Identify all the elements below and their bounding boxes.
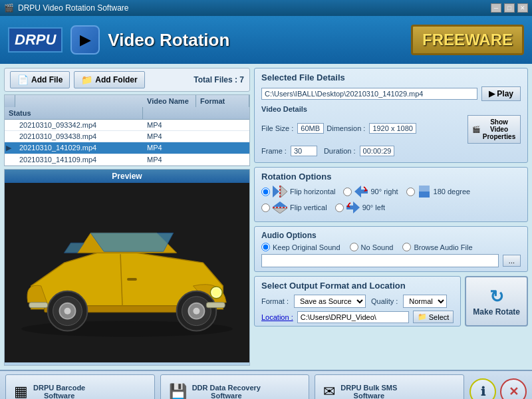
location-link[interactable]: Location :: [261, 313, 293, 321]
keep-original-option[interactable]: Keep Original Sound: [261, 243, 340, 251]
file-status: [196, 120, 249, 130]
output-section: Select Output Format and Location Format…: [254, 276, 528, 327]
browse-audio-option[interactable]: Browse Audio File: [402, 243, 472, 251]
file-details-title: Selected File Details: [261, 72, 521, 82]
barcode-label: DRPU BarcodeSoftware: [33, 384, 85, 399]
preview-label: Preview: [5, 170, 249, 183]
maximize-button[interactable]: □: [504, 3, 515, 13]
add-file-button[interactable]: 📄 Add File: [10, 71, 70, 88]
file-name: 20210310_141109.mp4: [15, 154, 143, 165]
rotate-90r-radio[interactable]: [343, 188, 352, 196]
keep-original-radio[interactable]: [261, 243, 270, 251]
table-row[interactable]: 20210310_093438.mp4 MP4: [5, 131, 249, 142]
output-format-panel: Select Output Format and Location Format…: [254, 276, 461, 327]
output-content: Select Output Format and Location Format…: [254, 276, 461, 327]
titlebar-title: DRPU Video Rotation Software: [18, 3, 129, 13]
header: DRPU ▶ Video Rotation FREEWARE: [0, 16, 532, 64]
format-select[interactable]: Save as Source MP4 AVI MOV WMV: [294, 295, 366, 308]
svg-marker-22: [419, 186, 430, 192]
barcode-software-button[interactable]: ▦ DRPU BarcodeSoftware: [5, 374, 155, 399]
rotate-90l-radio[interactable]: [335, 203, 344, 212]
table-row[interactable]: 20210310_141109.mp4 MP4: [5, 154, 249, 166]
row-arrow: [5, 154, 15, 165]
svg-marker-25: [273, 208, 287, 213]
select-location-button[interactable]: 📁 📁 Select Select: [413, 311, 454, 323]
file-name: 20210310_093438.mp4: [15, 131, 143, 142]
svg-point-12: [65, 308, 71, 315]
flip-horizontal-option[interactable]: Flip horizontal: [261, 186, 335, 198]
flip-horizontal-icon: [273, 186, 287, 198]
make-rotate-button[interactable]: ↻ Make Rotate: [465, 276, 528, 327]
quality-label: Quality :: [371, 297, 398, 305]
file-status: [196, 131, 249, 142]
audio-file-input[interactable]: [261, 254, 499, 267]
right-panel: Selected File Details ▶ Play Video Detai…: [254, 68, 528, 366]
rotation-row-2: Flip vertical 90° left: [261, 201, 521, 213]
row-arrow: [5, 120, 15, 130]
rotate-90r-option[interactable]: 90° right: [343, 186, 398, 198]
ddr-label: DDR Data RecoverySoftware: [192, 384, 261, 399]
preview-section: Preview: [4, 169, 250, 366]
row-arrow: ▶: [5, 142, 15, 154]
file-format: MP4: [143, 154, 196, 165]
video-details-label: Video Details: [261, 105, 521, 113]
flip-vertical-radio[interactable]: [261, 203, 270, 212]
no-sound-option[interactable]: No Sound: [350, 243, 394, 251]
flip-vertical-option[interactable]: Flip vertical: [261, 201, 327, 213]
info-button[interactable]: ℹ: [469, 378, 496, 399]
ddr-software-button[interactable]: 💾 DDR Data RecoverySoftware: [160, 374, 310, 399]
ddr-icon: 💾: [169, 383, 187, 399]
audio-options-row: Keep Original Sound No Sound Browse Audi…: [261, 243, 521, 251]
flip-horizontal-radio[interactable]: [261, 188, 270, 196]
file-status: [196, 142, 249, 154]
svg-marker-24: [273, 201, 287, 207]
titlebar: 🎬 DRPU Video Rotation Software ─ □ ✕: [0, 0, 532, 16]
rotate-180-radio[interactable]: [406, 188, 415, 196]
sms-label: DRPU Bulk SMSSoftware: [340, 384, 397, 399]
add-folder-icon: 📁: [81, 74, 92, 85]
main-area: 📄 Add File 📁 Add Folder Total Files : 7 …: [0, 64, 532, 370]
table-row[interactable]: 20210310_093342.mp4 MP4: [5, 120, 249, 131]
minimize-button[interactable]: ─: [491, 3, 501, 13]
file-size-row: File Size : 60MB: [261, 123, 324, 134]
svg-marker-20: [354, 186, 368, 198]
file-list: Video Name Format Status 20210310_093342…: [4, 94, 250, 166]
barcode-icon: ▦: [14, 383, 28, 399]
table-row[interactable]: ▶ 20210310_141029.mp4 MP4: [5, 142, 249, 154]
file-path-input[interactable]: [261, 88, 477, 100]
show-video-properties-button[interactable]: 🎬 Show Video Properties: [467, 115, 521, 144]
location-input[interactable]: [297, 311, 409, 323]
svg-marker-23: [419, 192, 430, 198]
preview-content: [5, 183, 249, 362]
add-folder-button[interactable]: 📁 Add Folder: [74, 71, 144, 88]
duration-row: Duration : 00:00:29: [324, 146, 395, 156]
output-format-title: Select Output Format and Location: [261, 281, 454, 291]
close-app-button[interactable]: ✕: [500, 378, 527, 399]
rotate-180-option[interactable]: 180 degree: [406, 186, 471, 198]
browse-audio-radio[interactable]: [402, 243, 411, 251]
file-name: 20210310_141029.mp4: [15, 142, 143, 154]
toolbar: 📄 Add File 📁 Add Folder Total Files : 7: [4, 68, 250, 92]
rotate-90l-option[interactable]: 90° left: [335, 201, 385, 213]
no-sound-radio[interactable]: [350, 243, 358, 251]
total-files-label: Total Files : 7: [194, 75, 244, 84]
col-video-name: Video Name: [143, 95, 196, 107]
rotation-row-1: Flip horizontal 90° right: [261, 186, 521, 198]
file-format: MP4: [143, 120, 196, 130]
rotation-options-title: Rotation Options: [261, 172, 521, 182]
sms-software-button[interactable]: ✉ DRPU Bulk SMSSoftware: [315, 374, 464, 399]
file-format: MP4: [143, 131, 196, 142]
row-arrow: [5, 131, 15, 142]
car-preview-image: [5, 183, 249, 362]
file-path-row: ▶ Play: [261, 86, 521, 101]
file-size-value: 60MB: [297, 123, 324, 134]
col-format: Format: [196, 95, 249, 107]
play-button[interactable]: ▶ Play: [481, 86, 521, 101]
close-window-button[interactable]: ✕: [517, 3, 528, 13]
rotate-90l-icon: [346, 201, 360, 213]
audio-browse-button[interactable]: ...: [503, 255, 521, 267]
rotate-icon: ↻: [489, 287, 504, 307]
quality-select[interactable]: Normal High Low: [403, 295, 447, 308]
svg-point-4: [212, 289, 220, 297]
file-list-body: 20210310_093342.mp4 MP4 20210310_093438.…: [5, 120, 249, 166]
